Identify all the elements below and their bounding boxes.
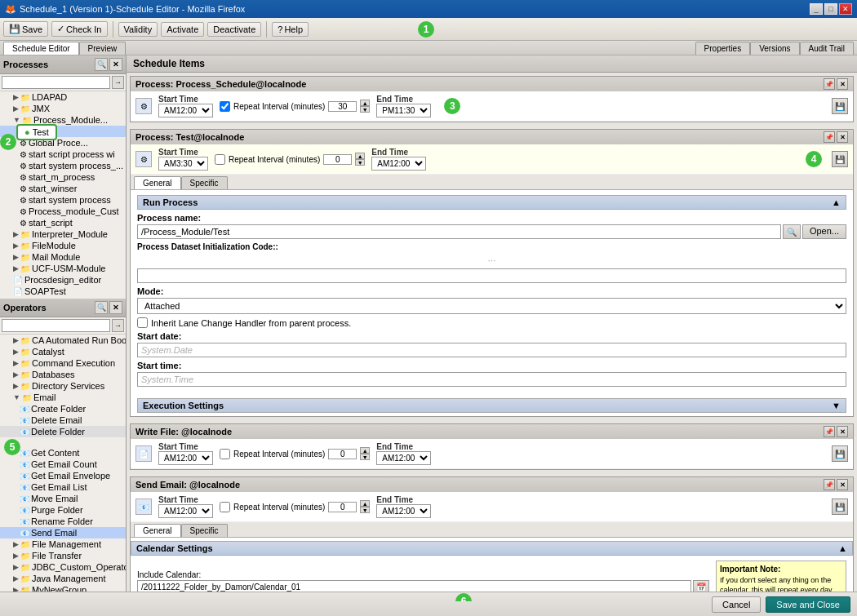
interval-spinner-1[interactable]: ▲ ▼ <box>360 100 370 113</box>
end-time-2-select[interactable]: AM12:00 <box>371 157 426 171</box>
validity-button[interactable]: Validity <box>118 22 158 37</box>
tree-item-ldapad[interactable]: ▶ 📁 LDAPAD <box>0 91 126 103</box>
write-file-start-time-select[interactable]: AM12:00 <box>158 451 213 465</box>
tree-item-create-folder[interactable]: 📧 Create Folder <box>0 403 126 414</box>
spin-up-1[interactable]: ▲ <box>360 100 370 106</box>
dataset-input[interactable] <box>137 268 846 283</box>
interval-input-1[interactable] <box>328 101 357 112</box>
processes-search-icon[interactable]: 🔍 <box>95 58 108 71</box>
process-name-input[interactable] <box>137 224 781 239</box>
process-block-1-controls[interactable]: 📌 ✕ <box>824 78 848 90</box>
tab-specific[interactable]: Specific <box>181 176 228 189</box>
send-email-pin-button[interactable]: 📌 <box>824 479 835 490</box>
tree-item-filemodule[interactable]: ▶ 📁 FileModule <box>0 240 126 251</box>
tree-item-start-system-2[interactable]: ⚙ start system process <box>0 194 126 206</box>
tree-item-send-email[interactable]: 📧 Send Email <box>0 527 126 538</box>
tree-item-directory-services[interactable]: ▶ 📁 Directory Services <box>0 380 126 392</box>
spin-up-2[interactable]: ▲ <box>355 153 365 159</box>
tree-item-soaptest[interactable]: 📄 SOAPTest <box>0 286 126 297</box>
operators-search-icon[interactable]: 🔍 <box>95 301 108 314</box>
tree-item-interpreter-module[interactable]: ▶ 📁 Interpreter_Module <box>0 228 126 240</box>
maximize-button[interactable]: □ <box>824 3 837 15</box>
operators-close-icon[interactable]: ✕ <box>109 301 122 314</box>
processes-close-icon[interactable]: ✕ <box>109 58 122 71</box>
tree-item-start-script2[interactable]: ⚙ start_script <box>0 217 126 228</box>
checkin-button[interactable]: ✓ Check In <box>51 21 107 37</box>
tree-item-catalyst[interactable]: ▶ 📁 Catalyst <box>0 346 126 357</box>
interval-input-2[interactable] <box>323 154 352 165</box>
write-file-spinner[interactable]: ▲ ▼ <box>360 447 370 460</box>
block1-save-button[interactable]: 💾 <box>832 98 848 114</box>
write-file-controls[interactable]: 📌 ✕ <box>824 426 848 437</box>
tree-item-delete-folder[interactable]: 📧 Delete Folder <box>0 426 126 437</box>
send-email-spinner[interactable]: ▲ ▼ <box>360 500 370 513</box>
window-controls[interactable]: _ □ ✕ <box>810 3 852 15</box>
operators-search-input[interactable] <box>2 319 110 332</box>
tree-item-mail-module[interactable]: ▶ 📁 Mail Module <box>0 251 126 263</box>
start-date-input[interactable] <box>137 343 846 357</box>
tree-item-get-email-envelope[interactable]: 📧 Get Email Envelope <box>0 470 126 481</box>
tree-item-jdbc-custom[interactable]: ▶ 📁 JDBC_Custom_Operators <box>0 561 126 573</box>
close-button[interactable]: ✕ <box>839 3 852 15</box>
minimize-button[interactable]: _ <box>810 3 823 15</box>
run-process-collapse-icon[interactable]: ▲ <box>832 197 841 207</box>
send-email-save-button[interactable]: 💾 <box>832 499 848 515</box>
block2-save-button[interactable]: 💾 <box>832 151 848 167</box>
tree-item-purge-folder[interactable]: 📧 Purge Folder <box>0 504 126 516</box>
write-file-save-button[interactable]: 💾 <box>832 445 848 462</box>
processes-search-input[interactable] <box>2 76 110 89</box>
tree-item-file-management[interactable]: ▶ 📁 File Management <box>0 538 126 550</box>
tree-item-process-module-cust[interactable]: ⚙ Process_module_Cust <box>0 206 126 217</box>
end-time-1-select[interactable]: PM11:30 <box>376 104 431 117</box>
send-email-controls[interactable]: 📌 ✕ <box>824 479 848 490</box>
send-email-interval-input[interactable] <box>328 502 357 512</box>
block1-close-button[interactable]: ✕ <box>837 78 848 90</box>
block2-close-button[interactable]: ✕ <box>837 131 848 143</box>
tree-item-ucf-usm[interactable]: ▶ 📁 UCF-USM-Module <box>0 263 126 274</box>
tab-audit-trail[interactable]: Audit Trail <box>800 42 854 55</box>
tab-schedule-editor[interactable]: Schedule Editor <box>3 42 79 55</box>
tree-item-start-system-1[interactable]: ⚙ start system process_... <box>0 160 126 171</box>
block1-pin-button[interactable]: 📌 <box>824 78 835 90</box>
start-time-input[interactable] <box>137 372 846 387</box>
write-file-close-button[interactable]: ✕ <box>837 426 848 437</box>
send-email-spin-down[interactable]: ▼ <box>360 507 370 513</box>
help-button[interactable]: ? Help <box>272 22 309 37</box>
tree-item-file-transfer[interactable]: ▶ 📁 File Transfer <box>0 550 126 561</box>
tree-item-procsdesign[interactable]: 📄 Procsdesign_editor <box>0 274 126 286</box>
spin-down-1[interactable]: ▼ <box>360 106 370 113</box>
tree-item-jmx[interactable]: ▶ 📁 JMX <box>0 103 126 114</box>
send-email-repeat-checkbox[interactable] <box>220 502 230 512</box>
interval-spinner-2[interactable]: ▲ ▼ <box>355 153 365 166</box>
tree-item-move-email[interactable]: 📧 Move Email <box>0 493 126 504</box>
send-email-end-time-select[interactable]: AM12:00 <box>376 504 431 518</box>
write-file-interval-input[interactable] <box>328 449 357 459</box>
send-email-start-time-select[interactable]: AM12:00 <box>158 504 213 518</box>
tree-item-get-email-count[interactable]: 📧 Get Email Count <box>0 459 126 470</box>
repeat-checkbox-2[interactable] <box>215 154 225 165</box>
mode-select[interactable]: Attached <box>137 298 846 314</box>
tab-versions[interactable]: Versions <box>750 42 799 55</box>
tree-item-start-script[interactable]: ⚙ start script process wi <box>0 148 126 160</box>
inherit-checkbox[interactable] <box>137 317 148 328</box>
send-email-tab-general[interactable]: General <box>134 524 181 537</box>
tree-item-start-m-process[interactable]: ⚙ start_m_process <box>0 171 126 183</box>
start-time-2-select[interactable]: AM3:30 <box>158 157 208 171</box>
process-name-open-button[interactable]: Open... <box>802 224 846 239</box>
cancel-button[interactable]: Cancel <box>712 596 761 613</box>
save-button[interactable]: 💾 Save <box>3 21 48 37</box>
tree-item-ca-automated[interactable]: ▶ 📁 CA Automated Run Book <box>0 335 126 346</box>
deactivate-button[interactable]: Deactivate <box>207 22 261 37</box>
write-file-spin-up[interactable]: ▲ <box>360 447 370 454</box>
tab-general[interactable]: General <box>134 176 181 189</box>
exec-settings-collapse-icon[interactable]: ▼ <box>832 401 841 410</box>
tree-item-command-exec[interactable]: ▶ 📁 Command Execution <box>0 357 126 369</box>
spin-down-2[interactable]: ▼ <box>355 159 365 166</box>
send-email-tab-specific[interactable]: Specific <box>181 524 228 537</box>
save-and-close-button[interactable]: Save and Close <box>766 596 850 613</box>
tab-preview[interactable]: Preview <box>79 42 127 55</box>
write-file-pin-button[interactable]: 📌 <box>824 426 835 437</box>
process-name-search-button[interactable]: 🔍 <box>783 224 801 239</box>
operators-search-button[interactable]: → <box>112 319 124 332</box>
tree-item-get-email-list[interactable]: 📧 Get Email List <box>0 481 126 493</box>
